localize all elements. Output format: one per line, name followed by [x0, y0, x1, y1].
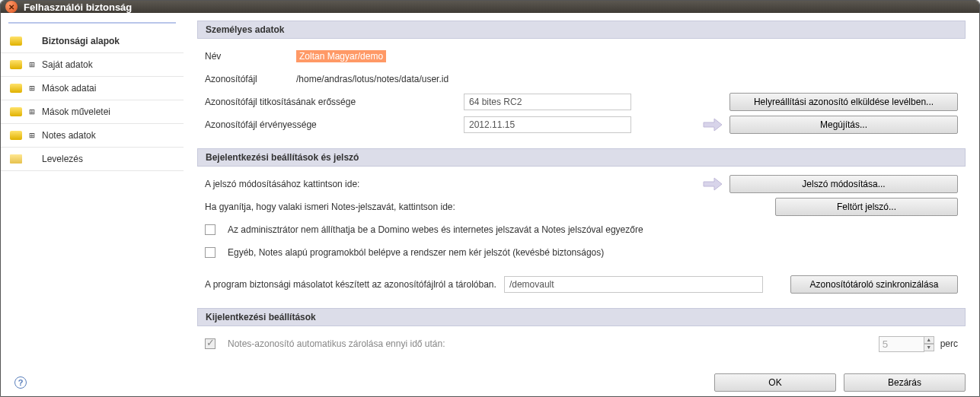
autolock-minutes-spinner[interactable]: ▲ ▼	[879, 336, 934, 352]
no-password-other-programs-checkbox[interactable]	[205, 247, 215, 258]
autolock-label: Notes-azonosító automatikus zárolása enn…	[228, 338, 445, 349]
sidebar-item-own-data[interactable]: ⊞ Saját adatok	[1, 53, 184, 77]
autolock-checkbox	[205, 338, 215, 349]
autolock-minutes-input[interactable]	[879, 336, 924, 352]
section-header-logout: Kijelentkezési beállítások	[197, 308, 966, 326]
expand-icon[interactable]: ⊞	[28, 83, 36, 94]
section-header-login: Bejelentkezési beállítások és jelszó	[197, 148, 966, 167]
section-header-personal: Személyes adatok	[197, 21, 966, 39]
key-icon	[10, 37, 22, 46]
name-label: Név	[205, 51, 289, 62]
sidebar-item-notes-data[interactable]: ⊞ Notes adatok	[1, 124, 184, 148]
sidebar-item-label: Notes adatok	[42, 130, 96, 141]
mail-icon	[10, 154, 22, 164]
sidebar-item-label: Mások adatai	[42, 83, 96, 94]
change-password-hint: A jelszó módosításához kattintson ide:	[205, 179, 359, 189]
idfile-label: Azonosítófájl	[205, 74, 289, 84]
sidebar-item-others-data[interactable]: ⊞ Mások adatai	[1, 77, 184, 100]
expand-icon[interactable]: ⊞	[28, 130, 36, 141]
expand-icon[interactable]: ⊞	[28, 106, 36, 117]
sidebar-item-label: Biztonsági alapok	[42, 36, 120, 46]
compromised-password-button[interactable]: Feltört jelszó...	[775, 198, 958, 216]
dialog-footer: ? OK Bezárás	[1, 367, 979, 397]
titlebar: ✕ Felhasználói biztonság	[1, 1, 979, 13]
window-close-button[interactable]: ✕	[5, 1, 18, 13]
spinner-up-icon[interactable]: ▲	[924, 336, 934, 344]
sidebar-item-mail[interactable]: Levelezés	[1, 148, 184, 171]
vault-backup-hint: A program biztonsági másolatot készített…	[205, 279, 496, 290]
sidebar: Biztonsági alapok ⊞ Saját adatok ⊞ Mások…	[1, 13, 184, 367]
admin-nosync-checkbox[interactable]	[205, 224, 215, 235]
admin-nosync-label: Az adminisztrátor nem állíthatja be a Do…	[228, 224, 643, 235]
send-recovery-id-button[interactable]: Helyreállítási azonosító elküldése levél…	[729, 93, 958, 111]
sidebar-item-security-basics[interactable]: Biztonsági alapok	[1, 30, 184, 53]
sync-id-vault-button[interactable]: Azonosítótároló szinkronizálása	[790, 275, 958, 294]
autolock-unit-label: perc	[940, 338, 958, 349]
id-expiry-value: 2012.11.15	[464, 116, 631, 133]
encryption-strength-value: 64 bites RC2	[464, 94, 631, 110]
sidebar-item-label: Levelezés	[42, 154, 83, 164]
people-icon	[10, 84, 22, 93]
sidebar-item-label: Saját adatok	[42, 59, 93, 70]
spinner-down-icon[interactable]: ▼	[924, 344, 934, 351]
sidebar-item-others-actions[interactable]: ⊞ Mások műveletei	[1, 100, 184, 124]
change-password-button[interactable]: Jelszó módosítása...	[729, 175, 958, 193]
help-icon[interactable]: ?	[14, 376, 27, 389]
vault-path-value: /demovault	[504, 276, 763, 293]
renew-button[interactable]: Megújítás...	[729, 116, 958, 134]
close-button[interactable]: Bezárás	[844, 373, 966, 392]
expand-icon[interactable]: ⊞	[28, 59, 36, 70]
content-pane: Személyes adatok Név Zoltan Magyar/demo …	[184, 13, 979, 367]
name-value: Zoltan Magyar/demo	[296, 50, 386, 62]
idfile-value: /home/andras/lotus/notes/data/user.id	[296, 74, 958, 84]
arrow-right-icon	[702, 177, 723, 191]
no-password-other-programs-label: Egyéb, Notes alapú programokból belépve …	[228, 247, 604, 258]
encryption-strength-label: Azonosítófájl titkosításának erőssége	[205, 97, 456, 107]
window-title: Felhasználói biztonság	[24, 2, 132, 13]
user-security-dialog: ✕ Felhasználói biztonság Biztonsági alap…	[0, 0, 980, 397]
person-icon	[10, 60, 22, 69]
database-icon	[10, 131, 22, 140]
arrow-right-icon	[702, 118, 723, 132]
people-gear-icon	[10, 107, 22, 116]
compromised-password-hint: Ha gyanítja, hogy valaki ismeri Notes-je…	[205, 202, 455, 212]
id-expiry-label: Azonosítófájl érvényessége	[205, 119, 456, 130]
ok-button[interactable]: OK	[714, 373, 836, 392]
sidebar-item-label: Mások műveletei	[42, 106, 110, 117]
